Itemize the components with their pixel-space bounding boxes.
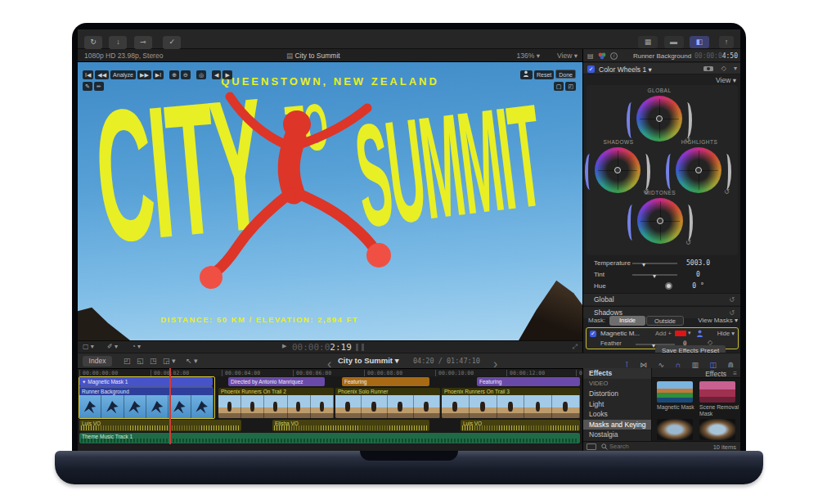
wheels-view-menu[interactable]: View ▾ <box>716 76 736 84</box>
audio-clip-luis-vo-2[interactable]: Luis VO <box>461 420 580 431</box>
share-icon[interactable]: ↑ <box>719 36 734 48</box>
audio-clip-luis-vo-1[interactable]: Luis VO <box>79 420 241 431</box>
next-frame-icon[interactable]: ▶ <box>222 70 231 79</box>
zoom-out-icon[interactable]: ⊖ <box>181 70 191 79</box>
keyword-editor-icon[interactable]: ⊸ <box>134 36 152 49</box>
forward-button[interactable]: ▶▶ <box>137 70 151 79</box>
category-nostalgia[interactable]: Nostalgia <box>583 430 651 440</box>
magnetic-mask-name[interactable]: Magnetic M... <box>600 330 648 337</box>
effect-thumb-scene-removal[interactable] <box>699 381 735 403</box>
compare-icon[interactable] <box>703 65 713 74</box>
title-clip-featuring-1[interactable]: Featuring <box>342 377 429 386</box>
mask-add-button[interactable]: Add + <box>655 330 672 337</box>
brush-add-icon[interactable]: ✎ <box>83 82 92 91</box>
arrow-tool-menu[interactable]: ↖ ▾ <box>186 357 198 365</box>
highlights-right-arc[interactable] <box>721 154 731 190</box>
category-looks[interactable]: Looks <box>583 409 651 420</box>
draw-tool-menu[interactable]: ✐ ▾ <box>107 343 118 350</box>
audio-clip-elisha-vo[interactable]: Elisha VO <box>272 420 429 431</box>
mask-color-swatch[interactable] <box>675 331 686 336</box>
grid-options-icon[interactable]: ≡ <box>733 370 737 377</box>
viewer-view-menu[interactable]: View ▾ <box>557 52 578 60</box>
timeline-zoom-icon[interactable]: ⤢ <box>573 343 578 351</box>
title-clip-directed-by[interactable]: Directed by Antonio Manriquez <box>228 377 325 386</box>
shadows-left-arc[interactable] <box>585 154 595 190</box>
global-section-reset-icon[interactable]: ↺ <box>729 294 735 306</box>
global-left-arc[interactable] <box>627 102 636 138</box>
highlights-color-wheel[interactable] <box>676 147 721 193</box>
download-icon[interactable]: ↓ <box>109 36 127 49</box>
effect-enabled-checkbox[interactable]: ✓ <box>587 65 595 73</box>
effect-thumb-vignette-mask-2[interactable] <box>699 419 735 440</box>
mask-enabled-checkbox[interactable]: ✓ <box>590 331 596 337</box>
sidebar-toggle-icon[interactable] <box>587 443 596 450</box>
go-end-button[interactable]: ▶I <box>153 70 164 79</box>
hue-value[interactable]: 0 ° <box>680 281 717 291</box>
shadows-right-arc[interactable] <box>640 154 650 190</box>
play-icon[interactable]: ▶ <box>282 343 286 349</box>
mask-person-icon[interactable] <box>696 330 703 339</box>
color-wheels-effect-row[interactable]: ✓ Color Wheels 1 ▾ ◇ ▾ <box>583 63 740 74</box>
timeline-project-menu[interactable]: City to Summit ▾ <box>338 356 398 365</box>
mask-view-icon[interactable]: ▢ <box>554 82 564 91</box>
insert-clip-icon[interactable]: ◱ <box>137 357 144 365</box>
shadows-color-wheel[interactable] <box>595 147 640 193</box>
target-icon[interactable]: ◎ <box>196 70 206 79</box>
highlights-left-arc[interactable] <box>666 154 676 190</box>
midtones-left-arc[interactable] <box>627 205 637 241</box>
effect-name-menu[interactable]: Color Wheels 1 ▾ <box>599 65 652 74</box>
effect-chevron-icon[interactable]: ▾ <box>734 65 737 72</box>
reset-button[interactable]: Reset <box>534 70 554 79</box>
timeline-view-icon[interactable]: ▬ <box>664 36 684 48</box>
video-clip-phoenix-trail-3[interactable]: Phoenix Runners On Trail 3 <box>442 388 580 418</box>
effect-thumb-magnetic-mask[interactable] <box>657 381 693 403</box>
brush-remove-icon[interactable]: ✏ <box>94 82 104 91</box>
global-right-arc[interactable] <box>682 102 692 138</box>
append-clip-icon[interactable]: ◳ <box>150 357 157 365</box>
zoom-in-icon[interactable]: ⊕ <box>169 70 179 79</box>
viewer-zoom-menu[interactable]: 136% ▾ <box>517 52 540 60</box>
retime-tool-menu[interactable]: ◔ ▾ <box>132 343 141 350</box>
global-color-wheel[interactable] <box>636 96 682 142</box>
view-masks-menu[interactable]: View Masks ▾ <box>698 317 738 324</box>
midtones-color-wheel[interactable] <box>637 198 683 244</box>
tint-slider[interactable]: ▾ <box>632 274 677 276</box>
category-distortion[interactable]: Distortion <box>583 389 651 399</box>
mask-hide-menu[interactable]: Hide ▾ <box>717 330 735 337</box>
playhead-line[interactable] <box>169 368 171 444</box>
tint-value[interactable]: 0 <box>680 269 717 280</box>
video-clip-phoenix-trail-2[interactable]: Phoenix Runners On Trail 2 <box>218 388 334 418</box>
hue-knob[interactable] <box>665 282 672 290</box>
browser-view-icon[interactable]: ▦ <box>638 36 658 48</box>
keyframe-diamond-icon[interactable]: ◇ <box>721 65 726 72</box>
background-tasks-icon[interactable]: ✓ <box>163 36 181 49</box>
prev-frame-icon[interactable]: ◀ <box>212 70 221 79</box>
global-section-row[interactable]: Global ↺ <box>583 293 740 305</box>
mask-outside-button[interactable]: Outside <box>646 316 684 326</box>
temperature-slider[interactable]: ▾ <box>632 263 677 264</box>
video-clip-phoenix-solo[interactable]: Phoenix Solo Runner <box>335 388 440 418</box>
highlights-reset-icon[interactable]: ↺ <box>724 188 730 196</box>
media-import-icon[interactable]: ↻ <box>84 36 102 49</box>
person-add-icon[interactable] <box>520 70 533 79</box>
music-clip-theme-track[interactable]: Theme Music Track 1 <box>79 433 580 443</box>
effect-thumb-vignette-mask-1[interactable] <box>657 419 693 440</box>
timeline-ruler[interactable]: 00:00:00:00 00:00:02:00 00:00:04:00 00:0… <box>78 368 582 376</box>
inspector-view-icon[interactable]: ◧ <box>690 36 709 48</box>
swatch-chevron-icon[interactable]: ▾ <box>688 330 691 336</box>
midtones-reset-icon[interactable]: ↺ <box>685 239 691 246</box>
effects-search-input[interactable] <box>609 443 683 450</box>
category-masks-and-keying[interactable]: Masks and Keying <box>583 420 651 430</box>
overwrite-clip-icon[interactable]: ◲ ▾ <box>163 357 176 365</box>
connect-clip-icon[interactable]: ◰ <box>124 357 131 365</box>
temperature-value[interactable]: 5003.0 <box>680 258 717 268</box>
analyze-button[interactable]: Analyze <box>110 70 136 79</box>
title-clip-featuring-2[interactable]: Featuring <box>477 377 580 386</box>
midtones-right-arc[interactable] <box>683 205 693 241</box>
index-button[interactable]: Index <box>83 356 112 367</box>
category-video[interactable]: VIDEO <box>583 379 651 389</box>
category-light[interactable]: Light <box>583 399 651 410</box>
mask-inside-button[interactable]: Inside <box>609 316 645 326</box>
mask-overlay-icon[interactable]: ◰ <box>565 82 576 91</box>
crop-tool-menu[interactable]: ▢ ▾ <box>83 343 94 350</box>
